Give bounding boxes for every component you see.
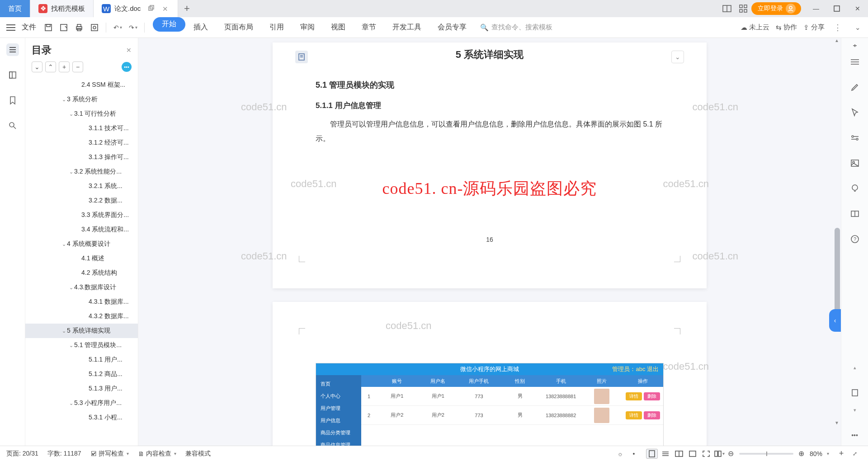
maximize-button[interactable] (826, 0, 847, 17)
outline-node[interactable]: 3.1.1 技术可... (25, 121, 138, 136)
outline-node[interactable]: 5.1.3 用户... (25, 381, 138, 396)
idea-icon[interactable] (848, 182, 862, 195)
scroll-up-icon[interactable]: ▲ (834, 38, 840, 45)
preview-icon[interactable] (87, 21, 102, 34)
home-tab[interactable]: 首页 (0, 0, 30, 17)
menu-ref[interactable]: 引用 (261, 17, 292, 38)
add-tab-button[interactable]: + (178, 0, 195, 17)
menu-view[interactable]: 视图 (323, 17, 354, 38)
more-icon[interactable]: ⋮ (831, 23, 845, 33)
menu-chapter[interactable]: 章节 (354, 17, 384, 38)
collapse-all-icon[interactable]: ⌄ (32, 61, 42, 72)
zoom-in-button[interactable]: ⊕ (797, 449, 806, 458)
close-tab-icon[interactable]: ✕ (162, 5, 170, 12)
expand-all-icon[interactable]: ⌃ (45, 61, 56, 72)
brightness-icon[interactable]: ☼ (614, 449, 626, 459)
more-tools-icon[interactable]: ••• (848, 428, 862, 442)
page-indicator[interactable]: 页面: 20/31 (6, 450, 38, 458)
read-mode-icon[interactable] (848, 207, 862, 221)
split-dropdown-icon[interactable]: ▾ (714, 449, 726, 459)
outline-node[interactable]: 5.1.1 用户... (25, 353, 138, 367)
outline-node[interactable]: ⌄4 系统概要设计 (25, 237, 138, 251)
outline-node[interactable]: ⌄3.1 可行性分析 (25, 107, 138, 121)
undo-icon[interactable]: ↶▾ (110, 21, 125, 34)
bookmark-icon[interactable] (6, 94, 19, 107)
menu-dev[interactable]: 开发工具 (384, 17, 429, 38)
outline-node[interactable]: 5.1.2 商品... (25, 367, 138, 381)
assistant-icon[interactable]: ••• (122, 62, 132, 72)
menu-review[interactable]: 审阅 (292, 17, 323, 38)
zoom-slider[interactable] (739, 453, 793, 455)
side-pull-tab[interactable]: ‹ (829, 309, 841, 332)
find-icon[interactable] (6, 119, 19, 132)
share-button[interactable]: ⇪分享 (803, 23, 825, 32)
outline-node[interactable]: 2.4 SSM 框架... (25, 78, 138, 92)
expand-status-icon[interactable]: ⤢ (849, 449, 861, 459)
command-search[interactable]: 🔍 查找命令、搜索模板 (480, 23, 552, 32)
save-as-icon[interactable] (56, 21, 71, 34)
outline-node[interactable]: 3.4 系统流程和... (25, 222, 138, 237)
cursor-icon[interactable] (848, 106, 862, 119)
outline-node[interactable]: 4.2 系统结构 (25, 266, 138, 280)
document-scroll[interactable]: ⌄ code51.cn code51.cn code51.cn code51.c… (138, 38, 841, 446)
add-view-icon[interactable]: + (835, 449, 847, 459)
zoom-out-button[interactable]: ⊖ (726, 449, 736, 458)
outline-node[interactable]: 3.3 系统界面分... (25, 208, 138, 222)
remove-heading-icon[interactable]: − (72, 61, 83, 72)
web-view-icon[interactable] (687, 449, 698, 459)
vertical-scrollbar[interactable]: ▲ ▼ (834, 38, 841, 446)
zoom-caret-icon[interactable]: ▾ (827, 451, 829, 456)
outline-node[interactable]: ⌄5.1 管理员模块... (25, 338, 138, 353)
minimize-button[interactable]: — (806, 0, 826, 17)
outline-node[interactable]: 4.3.2 数据库... (25, 309, 138, 324)
outline-node[interactable]: 5.3.1 小程... (25, 410, 138, 425)
outline-node[interactable]: ⌄5.3 小程序用户... (25, 396, 138, 410)
menu-insert[interactable]: 插入 (185, 17, 216, 38)
outline-icon[interactable] (6, 43, 19, 56)
print-icon[interactable] (71, 21, 87, 34)
thumbnail-icon[interactable] (6, 69, 19, 81)
pen-icon[interactable] (848, 80, 862, 94)
content-check-button[interactable]: 🗎内容检查 ▾ (138, 450, 176, 458)
page-tool-icon[interactable] (295, 51, 308, 63)
word-count[interactable]: 字数: 11187 (47, 450, 81, 458)
save-icon[interactable] (41, 21, 56, 34)
redo-icon[interactable]: ↷▾ (125, 21, 141, 34)
outline-node[interactable]: 3.1.2 经济可... (25, 136, 138, 150)
tab-templates[interactable]: ❖ 找稻壳模板 (30, 0, 94, 17)
settings-slider-icon[interactable] (848, 131, 862, 145)
page-view-icon[interactable] (646, 449, 658, 459)
outline-node[interactable]: ⌄3.2 系统性能分... (25, 165, 138, 179)
spellcheck-button[interactable]: 🗹拼写检查 ▾ (90, 450, 129, 458)
reading-view-icon[interactable] (673, 449, 685, 459)
close-window-button[interactable]: ✕ (847, 0, 868, 17)
outline-node[interactable]: ⌄4.3.数据库设计 (25, 280, 138, 295)
image-tool-icon[interactable] (848, 156, 862, 170)
scroll-down-icon[interactable]: ▼ (834, 420, 840, 428)
outline-tree[interactable]: 2.4 SSM 框架...⌄3 系统分析⌄3.1 可行性分析3.1.1 技术可.… (25, 76, 138, 446)
dot-icon[interactable]: • (628, 449, 640, 459)
compat-mode[interactable]: 兼容模式 (185, 450, 211, 458)
fold-icon[interactable]: ⌄ (671, 51, 684, 63)
outline-node[interactable]: ⌄5 系统详细实现 (25, 324, 138, 338)
scroll-bottom-icon[interactable]: ▾ (848, 403, 862, 417)
detach-icon[interactable] (148, 5, 155, 12)
tab-document[interactable]: W 论文.doc ✕ (94, 0, 178, 17)
ruler-toggle-icon[interactable] (848, 42, 862, 50)
outline-node[interactable]: 3.2.1 系统... (25, 179, 138, 193)
page-fit-icon[interactable] (848, 386, 862, 400)
menu-lines-icon[interactable] (848, 55, 862, 69)
collab-button[interactable]: ⇆协作 (776, 23, 797, 32)
apps-icon[interactable] (738, 3, 749, 14)
help-icon[interactable]: ? (848, 232, 862, 246)
outline-node[interactable]: 3.2.2 数据... (25, 193, 138, 208)
menu-start[interactable]: 开始 (153, 17, 185, 32)
hamburger-icon[interactable] (5, 23, 17, 33)
add-heading-icon[interactable]: + (59, 61, 70, 72)
fullscreen-icon[interactable] (700, 449, 712, 459)
scroll-top-icon[interactable]: ▴ (848, 361, 862, 374)
cloud-status[interactable]: ☁未上云 (741, 23, 769, 32)
collapse-ribbon-icon[interactable]: ⌄ (852, 24, 863, 32)
menu-vip[interactable]: 会员专享 (429, 17, 475, 38)
outline-node[interactable]: 3.1.3 操作可... (25, 150, 138, 165)
